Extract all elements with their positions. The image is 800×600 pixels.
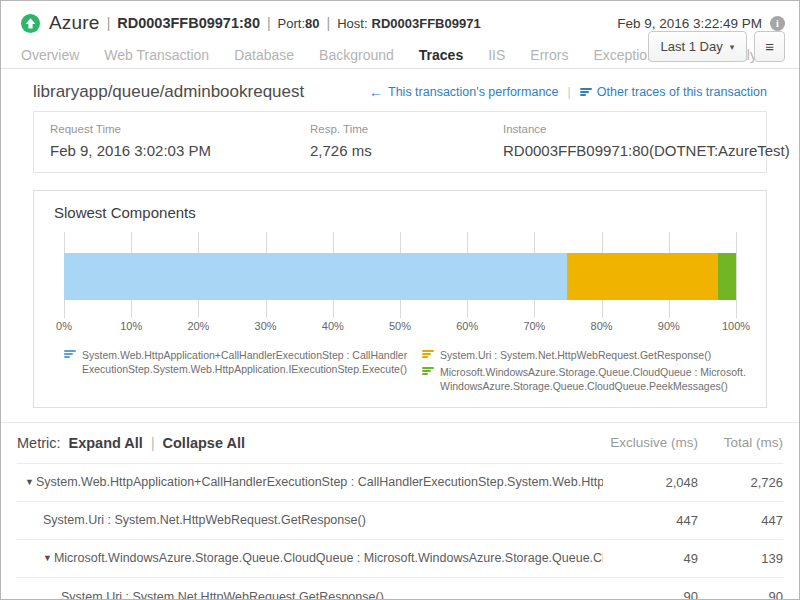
legend-column-right: System.Uri : System.Net.HttpWebRequest.G… [422,348,746,394]
axis-tick-label: 0% [56,320,72,332]
host-value: RD0003FFB09971 [372,16,481,31]
legend-label: System.Uri : System.Net.HttpWebRequest.G… [440,348,711,362]
axis-tick-label: 60% [456,320,478,332]
separator: | [267,15,271,31]
other-traces-link[interactable]: Other traces of this transaction [580,85,767,99]
instance-label: Instance [503,123,790,135]
separator: | [568,85,571,99]
trace-summary-panel: Request Time Feb 9, 2016 3:02:03 PM Resp… [33,111,767,173]
exclusive-ms-cell: 49 [603,551,698,566]
slowest-components-panel: Slowest Components 0%10%20%30%40%50%60%7… [33,190,767,408]
chart-title: Slowest Components [54,204,746,221]
port-value: 80 [305,16,319,31]
axis-tick-label: 80% [591,320,613,332]
total-ms-cell: 139 [698,551,783,566]
legend-item: System.Web.HttpApplication+CallHandlerEx… [64,348,412,376]
legend-bars-icon [64,350,76,358]
app-window: Azure | RD0003FFB09971:80 | Port: 80 | H… [0,0,800,600]
request-time-label: Request Time [50,123,310,135]
column-header-total: Total (ms) [698,435,783,450]
axis-tick-label: 100% [722,320,750,332]
legend-column-left: System.Web.HttpApplication+CallHandlerEx… [64,348,422,394]
chevron-down-icon: ▾ [730,42,735,52]
metric-name: System.Uri : System.Net.HttpWebRequest.G… [43,513,366,527]
gridline [736,232,737,318]
axis-tick-label: 10% [120,320,142,332]
legend-label: System.Web.HttpApplication+CallHandlerEx… [82,348,412,376]
app-name[interactable]: Azure [49,12,100,34]
health-status-icon [21,14,40,33]
instance-breadcrumb: RD0003FFB09971:80 [117,15,260,31]
tab-bar: OverviewWeb TransactionDatabaseBackgroun… [1,37,799,69]
collapse-all-link[interactable]: Collapse All [163,435,245,451]
legend-item: System.Uri : System.Net.HttpWebRequest.G… [422,348,746,362]
tab-errors[interactable]: Errors [530,47,568,63]
hamburger-menu-button[interactable]: ≡ [754,31,785,62]
port-label: Port: [278,16,305,31]
tab-iis[interactable]: IIS [488,47,505,63]
transaction-performance-link[interactable]: ← This transaction's performance [369,85,559,99]
expand-all-link[interactable]: Expand All [69,435,143,451]
transaction-header: libraryapp/queue/adminbookrequest ← This… [33,82,767,102]
total-ms-cell: 2,726 [698,475,783,490]
chart-legend: System.Web.HttpApplication+CallHandlerEx… [64,348,746,394]
host-label: Host: [337,16,367,31]
transaction-performance-label: This transaction's performance [388,85,559,99]
metric-table-header: Metric: Expand All | Collapse All Exclus… [17,423,783,464]
arrow-left-icon: ← [369,85,383,99]
stacked-bar [64,253,736,300]
bar-segment-3[interactable] [718,253,736,300]
instance-value: RD0003FFB09971:80(DOTNET:AzureTest) [503,142,790,159]
exclusive-ms-cell: 2,048 [603,475,698,490]
axis-tick-label: 70% [523,320,545,332]
metric-cell: System.Uri : System.Net.HttpWebRequest.G… [17,590,603,600]
metric-name: Microsoft.WindowsAzure.Storage.Queue.Clo… [54,551,603,565]
metric-label: Metric: [17,435,61,451]
table-row[interactable]: ▼Microsoft.WindowsAzure.Storage.Queue.Cl… [17,540,783,578]
x-axis: 0%10%20%30%40%50%60%70%80%90%100% [64,320,736,336]
axis-tick-label: 50% [389,320,411,332]
tab-database[interactable]: Database [234,47,294,63]
metric-table: Metric: Expand All | Collapse All Exclus… [1,422,799,600]
trace-list-icon [580,88,592,96]
metric-name: System.Web.HttpApplication+CallHandlerEx… [36,475,603,489]
time-range-dropdown[interactable]: Last 1 Day ▾ [648,31,748,62]
axis-tick-label: 90% [658,320,680,332]
current-timestamp: Feb 9, 2016 3:22:49 PM [617,16,762,31]
metric-cell: ▼System.Web.HttpApplication+CallHandlerE… [17,475,603,489]
table-row[interactable]: System.Uri : System.Net.HttpWebRequest.G… [17,502,783,540]
bar-segment-2[interactable] [567,253,718,300]
axis-tick-label: 40% [322,320,344,332]
resp-time-label: Resp. Time [310,123,503,135]
collapse-arrow-icon[interactable]: ▼ [43,553,52,563]
tab-traces[interactable]: Traces [419,47,463,63]
resp-time-value: 2,726 ms [310,142,503,159]
axis-tick-label: 30% [255,320,277,332]
exclusive-ms-cell: 90 [603,589,698,600]
tab-background[interactable]: Background [319,47,394,63]
metric-table-body: ▼System.Web.HttpApplication+CallHandlerE… [17,464,783,600]
total-ms-cell: 90 [698,589,783,600]
tab-web-transaction[interactable]: Web Transaction [104,47,209,63]
legend-item: Microsoft.WindowsAzure.Storage.Queue.Clo… [422,365,746,393]
hamburger-icon: ≡ [765,39,774,54]
legend-label: Microsoft.WindowsAzure.Storage.Queue.Clo… [440,365,746,393]
column-header-exclusive: Exclusive (ms) [603,435,698,450]
other-traces-label: Other traces of this transaction [597,85,767,99]
bar-segment-1[interactable] [64,253,567,300]
legend-bars-icon [422,350,434,358]
stacked-bar-chart [64,232,736,318]
separator: | [327,15,331,31]
metric-name: System.Uri : System.Net.HttpWebRequest.G… [61,590,384,600]
info-icon[interactable]: i [770,16,785,31]
separator: | [151,435,155,451]
metric-cell: System.Uri : System.Net.HttpWebRequest.G… [17,513,603,527]
metric-cell: ▼Microsoft.WindowsAzure.Storage.Queue.Cl… [17,551,603,565]
collapse-arrow-icon[interactable]: ▼ [25,477,34,487]
request-time-value: Feb 9, 2016 3:02:03 PM [50,142,310,159]
table-row[interactable]: ▼System.Web.HttpApplication+CallHandlerE… [17,464,783,502]
table-row[interactable]: System.Uri : System.Net.HttpWebRequest.G… [17,578,783,600]
tab-actions: Last 1 Day ▾ ≡ [648,31,785,62]
tab-overview[interactable]: Overview [21,47,79,63]
exclusive-ms-cell: 447 [603,513,698,528]
